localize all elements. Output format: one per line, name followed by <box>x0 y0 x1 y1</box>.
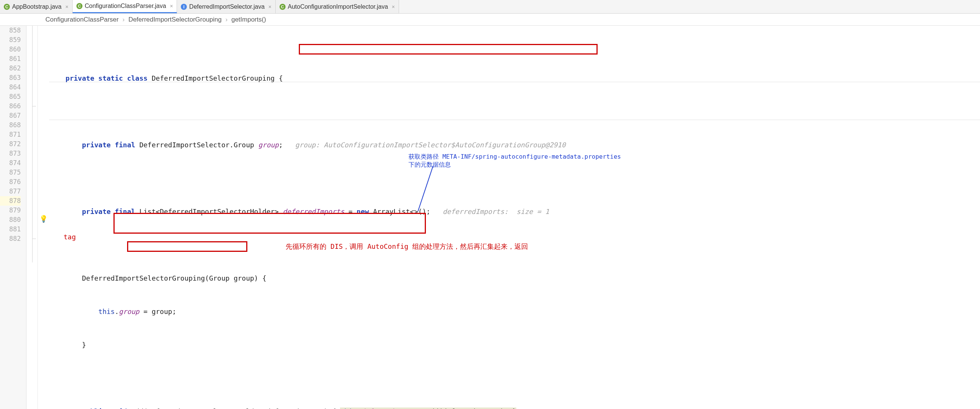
annotation-note: 先循环所有的 DIS，调用 AutoConfig 组的处理方法，然后再汇集起来，… <box>286 242 528 251</box>
line-number: 864 <box>0 83 21 92</box>
annotation-box <box>299 44 598 54</box>
breadcrumb: ConfigurationClassParser › DeferredImpor… <box>0 14 980 26</box>
svg-line-0 <box>418 166 433 211</box>
tab-label: DeferredImportSelector.java <box>189 3 264 10</box>
line-number: 873 <box>0 149 21 158</box>
line-number: 880 <box>0 215 21 225</box>
line-number-gutter: 8588598608618628638648658668678688718728… <box>0 26 27 409</box>
code-line: private final List<DeferredImportSelecto… <box>49 207 980 216</box>
code-line: private final DeferredImportSelector.Gro… <box>49 140 980 150</box>
line-number: 882 <box>0 234 21 243</box>
tab-label: AutoConfigurationImportSelector.java <box>288 3 388 10</box>
line-number: 881 <box>0 225 21 234</box>
code-line <box>49 173 980 183</box>
line-number: 878 <box>0 196 21 206</box>
annotation-label: tag <box>64 233 76 241</box>
line-number: 877 <box>0 187 21 196</box>
breadcrumb-item[interactable]: DeferredImportSelectorGrouping <box>128 16 222 24</box>
chevron-right-icon: › <box>123 16 125 24</box>
line-number: 860 <box>0 45 21 54</box>
tab-autoconfigimportselector[interactable]: C AutoConfigurationImportSelector.java × <box>276 0 399 13</box>
line-number: 861 <box>0 54 21 64</box>
code-line: public void add(DeferredImportSelectorHo… <box>49 407 980 409</box>
code-line: DeferredImportSelectorGrouping(Group gro… <box>49 273 980 283</box>
close-icon[interactable]: × <box>170 3 173 9</box>
java-class-icon: C <box>4 4 10 10</box>
line-number: 865 <box>0 92 21 102</box>
code-line: this.group = group; <box>49 307 980 316</box>
line-number: 862 <box>0 64 21 73</box>
java-interface-icon: I <box>181 4 187 10</box>
code-line: } <box>49 340 980 350</box>
tab-deferredimportselector[interactable]: I DeferredImportSelector.java × <box>177 0 275 13</box>
editor-tabs: C AppBootstrap.java × C ConfigurationCla… <box>0 0 980 14</box>
line-number: 858 <box>0 26 21 35</box>
line-number: 872 <box>0 139 21 149</box>
tab-appbootstrap[interactable]: C AppBootstrap.java × <box>0 0 73 13</box>
close-icon[interactable]: × <box>392 4 395 10</box>
code-line <box>49 107 980 116</box>
chevron-right-icon: › <box>226 16 228 24</box>
tab-label: ConfigurationClassParser.java <box>85 3 166 10</box>
line-number: 866 <box>0 102 21 111</box>
breadcrumb-item[interactable]: getImports() <box>231 16 266 24</box>
annotation-note: 获取类路径 META-INF/spring-autoconfigure-meta… <box>409 153 621 169</box>
java-class-icon: C <box>76 3 83 9</box>
code-line: private static class DeferredImportSelec… <box>49 73 980 83</box>
tab-label: AppBootstrap.java <box>12 3 62 10</box>
line-number: 874 <box>0 158 21 168</box>
line-number: 879 <box>0 206 21 215</box>
code-area[interactable]: private static class DeferredImportSelec… <box>49 26 980 409</box>
line-number: 863 <box>0 73 21 83</box>
close-icon[interactable]: × <box>269 4 272 10</box>
tab-configclassparser[interactable]: C ConfigurationClassParser.java × <box>73 0 177 13</box>
line-number: 871 <box>0 130 21 139</box>
lightbulb-icon[interactable]: 💡 <box>39 215 48 223</box>
code-line <box>49 374 980 383</box>
java-class-icon: C <box>280 4 286 10</box>
line-number: 875 <box>0 168 21 177</box>
fold-gutter <box>27 26 38 409</box>
line-number: 876 <box>0 177 21 187</box>
line-number: 868 <box>0 120 21 130</box>
breadcrumb-item[interactable]: ConfigurationClassParser <box>45 16 119 24</box>
code-editor[interactable]: 8588598608618628638648658668678688718728… <box>0 26 980 409</box>
close-icon[interactable]: × <box>65 4 68 10</box>
intention-gutter: 💡 <box>38 26 49 409</box>
line-number: 867 <box>0 111 21 120</box>
line-number: 859 <box>0 35 21 45</box>
